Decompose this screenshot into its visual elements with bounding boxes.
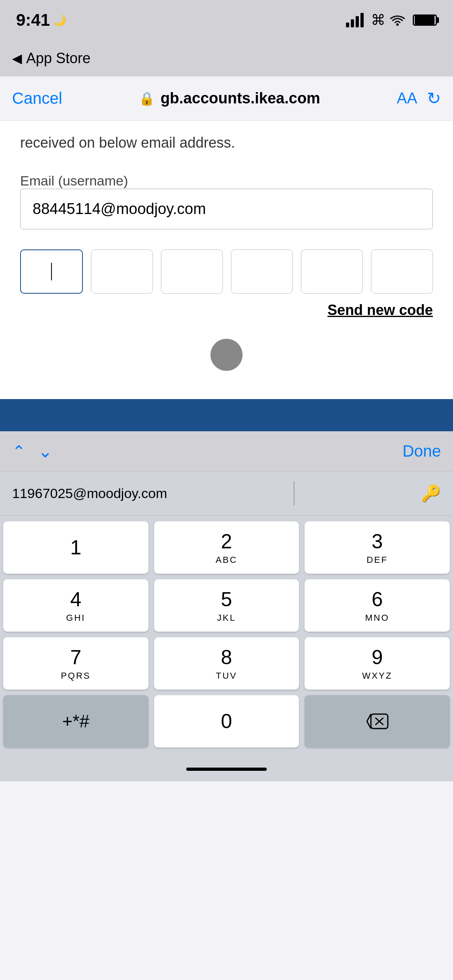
otp-input-row [20, 249, 433, 294]
otp-box-6[interactable] [371, 249, 433, 294]
key-4[interactable]: 4 GHI [3, 579, 148, 632]
nav-down-icon[interactable]: ⌄ [38, 441, 53, 461]
toolbar-nav: ⌃ ⌄ [12, 441, 53, 461]
wifi-icon: ⌘ [371, 12, 406, 29]
svg-point-0 [396, 23, 399, 26]
done-button[interactable]: Done [402, 442, 441, 460]
numeric-keyboard: 1 2 ABC 3 DEF 4 GHI 5 JKL 6 MNO 7 PQRS [0, 516, 453, 757]
key-row-3: 7 PQRS 8 TUV 9 WXYZ [3, 637, 450, 690]
key-row-4: +*# 0 [3, 695, 450, 747]
lock-icon: 🔒 [139, 91, 155, 106]
blue-bar [0, 399, 453, 431]
key-0[interactable]: 0 [154, 695, 299, 747]
key-5[interactable]: 5 JKL [154, 579, 299, 632]
key-9[interactable]: 9 WXYZ [305, 637, 450, 690]
otp-cursor [51, 263, 52, 280]
nav-up-icon[interactable]: ⌃ [12, 442, 26, 461]
key-row-2: 4 GHI 5 JKL 6 MNO [3, 579, 450, 632]
delete-key[interactable] [305, 695, 450, 747]
key-symbols[interactable]: +*# [3, 695, 148, 747]
app-store-bar: ◀ App Store [0, 40, 453, 76]
key-6[interactable]: 6 MNO [305, 579, 450, 632]
delete-icon [365, 712, 389, 730]
refresh-icon[interactable]: ↻ [427, 89, 441, 108]
email-input[interactable] [20, 189, 433, 229]
autofill-email-suggestion[interactable]: 11967025@moodjoy.com [12, 486, 167, 501]
battery-icon [413, 14, 437, 26]
app-store-label: App Store [26, 50, 91, 67]
otp-box-4[interactable] [231, 249, 293, 294]
key-7[interactable]: 7 PQRS [3, 637, 148, 690]
status-icons: ⌘ [346, 12, 437, 29]
home-indicator [0, 757, 453, 781]
key-8[interactable]: 8 TUV [154, 637, 299, 690]
aa-button[interactable]: AA [397, 90, 417, 107]
web-content: received on below email address. Email (… [0, 121, 453, 399]
cancel-button[interactable]: Cancel [12, 89, 62, 107]
otp-box-1[interactable] [20, 249, 83, 294]
otp-box-2[interactable] [91, 249, 153, 294]
key-3[interactable]: 3 DEF [305, 521, 450, 574]
key-2[interactable]: 2 ABC [154, 521, 299, 574]
home-bar [186, 768, 267, 771]
signal-bars-icon [346, 13, 364, 27]
autofill-divider [294, 482, 294, 506]
autofill-suggestion-bar[interactable]: 11967025@moodjoy.com 🔑 [0, 471, 453, 516]
back-arrow-icon[interactable]: ◀ [12, 51, 22, 66]
loading-indicator [210, 339, 243, 371]
url-text: gb.accounts.ikea.com [161, 90, 320, 107]
key-1[interactable]: 1 [3, 521, 148, 574]
key-icon[interactable]: 🔑 [421, 484, 441, 503]
status-time: 9:41 [16, 10, 50, 30]
browser-chrome: Cancel 🔒 gb.accounts.ikea.com AA ↻ [0, 76, 453, 121]
email-field-label: Email (username) [20, 173, 128, 188]
key-row-1: 1 2 ABC 3 DEF [3, 521, 450, 574]
status-bar: 9:41 🌙 ⌘ [0, 0, 453, 40]
send-new-code-link[interactable]: Send new code [20, 302, 433, 319]
moon-icon: 🌙 [53, 14, 66, 27]
url-bar: 🔒 gb.accounts.ikea.com [139, 90, 320, 107]
page-subtitle: received on below email address. [20, 133, 433, 153]
otp-box-3[interactable] [161, 249, 223, 294]
otp-box-5[interactable] [301, 249, 363, 294]
keyboard-toolbar: ⌃ ⌄ Done [0, 431, 453, 471]
